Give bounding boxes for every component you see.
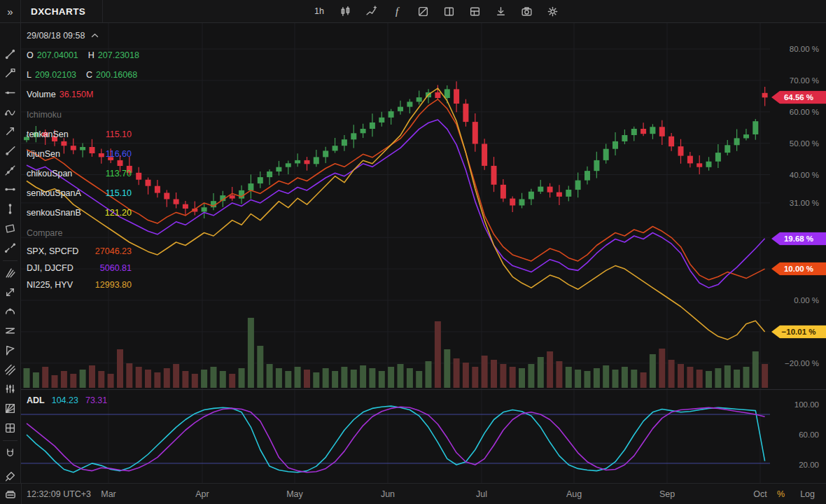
drawings-tray-button[interactable] — [0, 484, 22, 504]
adl-tick: 100.00 — [794, 400, 819, 409]
pane-separator[interactable] — [21, 389, 826, 390]
layout-split-button[interactable] — [440, 3, 457, 20]
top-toolbar: » DXCHARTS 1hf — [0, 0, 826, 23]
indicator-line-add-button[interactable] — [363, 3, 379, 20]
tool-info-line[interactable] — [0, 64, 20, 83]
indicator-label: senkouSpanA — [27, 188, 81, 198]
ichimoku-row: senkouSnanB121.20 — [27, 203, 132, 223]
gann-lines-icon — [4, 325, 16, 337]
tool-cross-segments[interactable] — [0, 239, 20, 257]
compare-symbol: NI225, HYV — [27, 280, 73, 290]
log-scale-button[interactable]: Log — [800, 489, 815, 499]
compare-rows: SPX, SPCFD27046.23DJI, DJCFD5060.81NI225… — [27, 243, 149, 293]
indicator-value: 121.20 — [105, 208, 132, 218]
collapse-panel-button[interactable]: » — [0, 0, 21, 22]
layout-split-icon — [443, 6, 455, 18]
tool-gann-box[interactable] — [0, 400, 20, 418]
extended-line-icon — [4, 164, 16, 176]
legend-datetime: 29/08/18 09:58 — [27, 31, 85, 41]
chart-toolbar: 1hf — [311, 0, 561, 22]
month-label: Jul — [466, 484, 497, 504]
ichimoku-row: chikouSpan113.70 — [27, 164, 132, 183]
month-label: Aug — [559, 484, 589, 504]
tool-arc[interactable] — [0, 302, 20, 321]
ichimoku-header[interactable]: Ichimoku — [27, 104, 149, 125]
tool-rectangle[interactable] — [0, 219, 20, 237]
app-logo: DXCHARTS — [21, 0, 103, 22]
adl-legend: ADL 104.23 73.31 — [27, 391, 107, 410]
month-label: May — [279, 484, 310, 504]
adl-ADL — [27, 406, 765, 472]
tool-bars-pattern[interactable] — [0, 380, 20, 398]
chart-type-candles-icon — [340, 6, 351, 18]
adl-tick: 60.00 — [799, 430, 819, 439]
ray-icon — [4, 145, 16, 157]
open-label: O — [27, 50, 34, 60]
price-badge: 64.56 % — [771, 91, 826, 104]
month-label: Mar — [93, 484, 124, 504]
horizontal-line-icon — [4, 87, 16, 99]
parallel-channel-icon — [4, 364, 16, 376]
legend-collapse-caret[interactable] — [91, 33, 99, 38]
timeframe-button[interactable]: 1h — [311, 3, 328, 20]
gann-box-icon — [4, 402, 16, 414]
tool-double-arrow[interactable] — [0, 283, 20, 301]
high-label: H — [88, 50, 94, 60]
low-label: L — [27, 70, 31, 80]
trend-line-icon — [4, 48, 16, 60]
chart-image-icon — [417, 6, 429, 18]
price-axis[interactable]: 80.00 %70.00 %60.00 %50.00 %40.00 %31.00… — [770, 23, 826, 483]
month-label: Jun — [372, 484, 403, 504]
tool-magnet[interactable] — [0, 444, 20, 462]
compare-header[interactable]: Compare — [27, 223, 149, 243]
camera-button[interactable] — [518, 3, 535, 20]
tool-arrow[interactable] — [0, 122, 20, 141]
functions-label: f — [396, 6, 398, 18]
adl-value-slow: 73.31 — [85, 396, 107, 405]
tool-ray[interactable] — [0, 142, 20, 160]
settings-icon — [547, 6, 559, 18]
drawings-tray-icon — [4, 488, 17, 500]
ichimoku-row: kijunSen116.60 — [27, 144, 132, 164]
price-tick: 0.00 % — [794, 296, 819, 304]
tool-brush[interactable] — [0, 103, 20, 121]
tool-vertical-line[interactable] — [0, 200, 20, 218]
volume-bars — [24, 318, 769, 388]
download-button[interactable] — [492, 3, 509, 20]
open-value: 207.04001 — [37, 50, 78, 60]
tool-horizontal-line[interactable] — [0, 83, 20, 102]
price-tick: 50.00 % — [790, 139, 819, 148]
indicator-label: tenkanSen — [27, 130, 69, 139]
price-tick: 70.00 % — [790, 76, 819, 85]
tool-extended-line[interactable] — [0, 161, 20, 179]
compare-value: 12993.80 — [95, 280, 132, 290]
percent-scale-button[interactable]: % — [777, 489, 785, 499]
tool-parallel-channel[interactable] — [0, 360, 20, 379]
compare-row: SPX, SPCFD27046.23 — [27, 243, 132, 260]
time-axis-bar: 12:32:09 UTC+3 MarAprMayJunJulAugSepOct … — [0, 483, 826, 504]
settings-button[interactable] — [544, 3, 561, 20]
close-label: C — [86, 70, 92, 80]
compare-symbol: DJI, DJCFD — [27, 263, 74, 273]
chart-image-button[interactable] — [414, 3, 431, 20]
month-label: Apr — [187, 484, 218, 504]
layout-windows-icon — [469, 6, 481, 18]
close-value: 200.16068 — [96, 70, 137, 80]
chart-type-candles-button[interactable] — [337, 3, 354, 20]
low-value: 209.02103 — [35, 70, 76, 80]
tool-trend-line[interactable] — [0, 45, 20, 63]
toolbar-divider — [3, 260, 18, 261]
pennant-icon — [4, 344, 16, 356]
ichimoku-row: tenkanSen115.10 — [27, 125, 132, 144]
high-value: 207.23018 — [98, 50, 139, 60]
layout-windows-button[interactable] — [466, 3, 483, 20]
tool-pitchfork[interactable] — [0, 264, 20, 282]
tool-pennant[interactable] — [0, 342, 20, 360]
grid-layout-icon — [4, 422, 16, 434]
tool-grid-layout[interactable] — [0, 419, 20, 437]
tool-gann-lines[interactable] — [0, 322, 20, 340]
functions-button[interactable]: f — [388, 3, 405, 20]
camera-icon — [521, 6, 533, 18]
tool-horizontal-segment[interactable] — [0, 181, 20, 199]
adl-value-fast: 104.23 — [52, 396, 78, 405]
